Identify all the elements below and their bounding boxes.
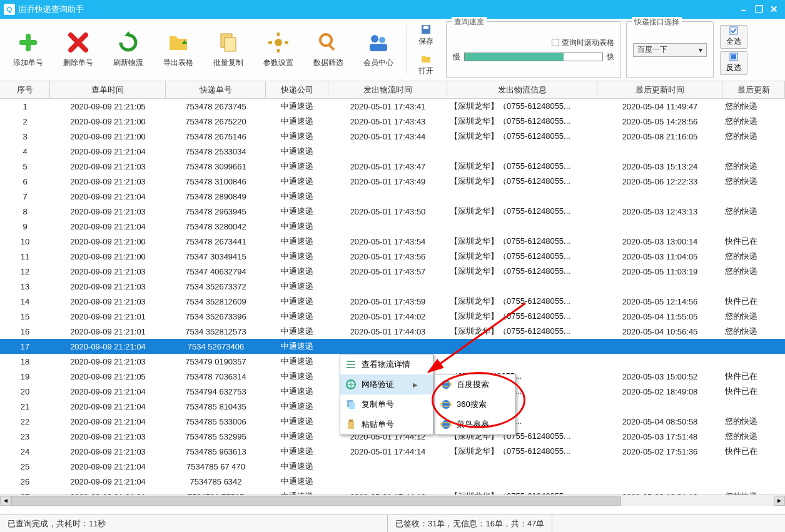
table-row[interactable]: 42020-09-09 21:21:04753478 2533034中通速递	[0, 144, 785, 159]
table-cell	[447, 219, 597, 234]
svg-point-12	[379, 37, 385, 43]
table-cell: 【深圳龙华】（0755-61248055...	[447, 444, 597, 459]
table-cell	[447, 279, 597, 294]
col-last[interactable]: 最后更新	[722, 81, 785, 98]
filter-button[interactable]: 数据筛选	[304, 21, 353, 78]
svg-rect-1	[19, 40, 37, 45]
table-cell: 2020-09-09 21:21:00	[50, 234, 166, 249]
select-all-button[interactable]: 全选	[720, 25, 747, 49]
table-cell: 您的快递	[722, 129, 785, 144]
table-cell	[722, 144, 785, 159]
api-select[interactable]: 百度一下 ▾	[633, 43, 707, 57]
close-button[interactable]: ✕	[766, 3, 781, 16]
menu-copy-tracking[interactable]: 复制单号	[340, 394, 433, 414]
table-cell: 中通速递	[266, 204, 328, 219]
table-cell: 753478 2675146	[166, 129, 266, 144]
speed-slider[interactable]	[464, 53, 603, 61]
table-cell: 2020-09-09 21:21:03	[50, 294, 166, 309]
menu-web-verify[interactable]: 网络验证 ▶	[340, 374, 433, 394]
table-cell: 11	[0, 249, 50, 264]
table-row[interactable]: 62020-09-09 21:21:03753478 3100846中通速递20…	[0, 174, 785, 189]
col-info[interactable]: 发出物流信息	[447, 81, 597, 98]
col-time[interactable]: 查单时间	[50, 81, 166, 98]
table-row[interactable]: 112020-09-09 21:21:0075347 30349415中通速递2…	[0, 249, 785, 264]
users-icon	[367, 31, 390, 54]
ie-icon	[440, 399, 452, 410]
col-no[interactable]: 快递单号	[166, 81, 266, 98]
menu-view-details[interactable]: 查看物流详情	[340, 354, 433, 374]
table-cell: 【深圳龙华】（0755-61248055...	[447, 114, 597, 129]
batch-copy-button[interactable]: 批量复制	[204, 21, 253, 78]
table-row[interactable]: 272020-09-09 21:21:017534781 75515中通速递20…	[0, 489, 785, 494]
delete-tracking-button[interactable]: 删除单号	[54, 21, 103, 78]
table-row[interactable]: 82020-09-09 21:21:03753478 2963945中通速递20…	[0, 204, 785, 219]
table-cell: 2020-05-02 17:51:36	[597, 444, 722, 459]
table-cell	[447, 144, 597, 159]
table-cell: 753478 2963945	[166, 204, 266, 219]
table-cell: 2020-09-09 21:21:00	[50, 114, 166, 129]
table-cell: 2020-05-01 17:43:59	[328, 294, 447, 309]
settings-button[interactable]: 参数设置	[254, 21, 303, 78]
table-cell: 26	[0, 474, 50, 489]
invert-selection-button[interactable]: 反选	[720, 51, 747, 75]
save-button[interactable]: 保存	[411, 22, 441, 49]
table-cell: 2020-05-01 17:43:56	[328, 249, 447, 264]
table-row[interactable]: 92020-09-09 21:21:04753478 3280042中通速递	[0, 219, 785, 234]
open-button[interactable]: 打开	[411, 51, 441, 78]
scroll-right-arrow[interactable]: ►	[774, 496, 785, 506]
svg-rect-10	[328, 44, 335, 51]
scroll-thumb[interactable]	[11, 496, 621, 506]
table-cell: 2020-05-04 11:49:47	[597, 99, 722, 114]
table-row[interactable]: 52020-09-09 21:21:03753478 3099661中通速递20…	[0, 159, 785, 174]
table-row[interactable]: 32020-09-09 21:21:00753478 2675146中通速递20…	[0, 129, 785, 144]
refresh-icon	[117, 31, 139, 54]
horizontal-scrollbar[interactable]: ◄ ►	[0, 494, 785, 506]
col-seq[interactable]: 序号	[0, 81, 50, 98]
export-button[interactable]: 导出表格	[154, 21, 203, 78]
table-row[interactable]: 142020-09-09 21:21:037534 352812609中通速递2…	[0, 294, 785, 309]
table-cell: 【深圳龙华】（0755-61248055...	[447, 129, 597, 144]
submenu-360[interactable]: 360搜索	[435, 394, 515, 414]
table-cell	[722, 459, 785, 474]
table-row[interactable]: 252020-09-09 21:21:047534785 67 470中通速递	[0, 459, 785, 474]
table-row[interactable]: 102020-09-09 21:21:00753478 2673441中通速递2…	[0, 234, 785, 249]
member-center-button[interactable]: 会员中心	[354, 21, 403, 78]
col-upd[interactable]: 最后更新时间	[597, 81, 722, 98]
table-cell: 5	[0, 159, 50, 174]
table-cell: 2020-09-09 21:21:03	[50, 354, 166, 369]
table-cell: 中通速递	[266, 354, 328, 369]
table-cell	[597, 144, 722, 159]
submenu-baidu[interactable]: 百度搜索	[435, 374, 515, 394]
table-cell: 7	[0, 189, 50, 204]
table-cell: 2020-05-01 17:44:18	[328, 489, 447, 494]
table-row[interactable]: 172020-09-09 21:21:047534 52673406中通速递	[0, 339, 785, 354]
menu-paste-tracking[interactable]: 粘贴单号	[340, 414, 433, 434]
table-row[interactable]: 22020-09-09 21:21:00753478 2675220中通速递20…	[0, 114, 785, 129]
table-row[interactable]: 72020-09-09 21:21:04753478 2890849中通速递	[0, 189, 785, 204]
scroll-on-query-checkbox[interactable]: 查询时滚动表格	[552, 38, 614, 48]
table-cell: 13	[0, 279, 50, 294]
table-cell	[328, 189, 447, 204]
table-cell	[722, 354, 785, 369]
scroll-left-arrow[interactable]: ◄	[0, 496, 11, 506]
table-row[interactable]: 152020-09-09 21:21:017534 352673396中通速递2…	[0, 309, 785, 324]
col-send[interactable]: 发出物流时间	[328, 81, 447, 98]
table-row[interactable]: 12020-09-09 21:21:05753478 2673745中通速递20…	[0, 99, 785, 114]
add-tracking-button[interactable]: 添加单号	[4, 21, 53, 78]
col-comp[interactable]: 快递公司	[266, 81, 328, 98]
table-cell: 2020-05-03 17:51:48	[597, 429, 722, 444]
maximize-button[interactable]: ❐	[751, 3, 766, 16]
table-row[interactable]: 162020-09-09 21:21:017534 352812573中通速递2…	[0, 324, 785, 339]
table-cell	[722, 219, 785, 234]
table-row[interactable]: 262020-09-09 21:21:047534785 6342中通速递	[0, 474, 785, 489]
table-cell: 您的快递	[722, 159, 785, 174]
table-row[interactable]: 122020-09-09 21:21:0375347 40632794中通速递2…	[0, 264, 785, 279]
refresh-button[interactable]: 刷新物流	[104, 21, 153, 78]
submenu-cainiao[interactable]: 菜鸟裹裹	[435, 414, 515, 434]
table-cell: 2020-09-09 21:21:05	[50, 369, 166, 384]
table-cell: 2020-09-09 21:21:00	[50, 129, 166, 144]
table-row[interactable]: 132020-09-09 21:21:037534 352673372中通速递	[0, 279, 785, 294]
minimize-button[interactable]: –	[736, 3, 751, 16]
table-row[interactable]: 242020-09-09 21:21:037534785 963613中通速递2…	[0, 444, 785, 459]
table-cell: 2020-09-09 21:21:03	[50, 444, 166, 459]
